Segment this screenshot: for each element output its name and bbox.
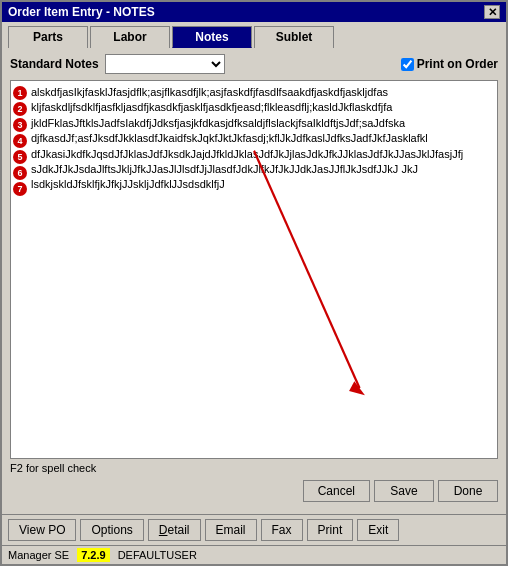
print-on-order-checkbox[interactable] [401,58,414,71]
tab-sublet[interactable]: Sublet [254,26,334,48]
notes-area-container: 1 2 3 4 5 6 7 [10,80,498,459]
tab-notes[interactable]: Notes [172,26,252,48]
username: DEFAULTUSER [118,549,197,561]
tab-labor[interactable]: Labor [90,26,170,48]
email-button[interactable]: Email [205,519,257,541]
standard-notes-dropdown[interactable] [105,54,225,74]
close-button[interactable]: ✕ [484,5,500,19]
title-bar: Order Item Entry - NOTES ✕ [2,2,506,22]
notes-textarea[interactable]: alskdfjasIkjfasklJfasjdflk;asjflkasdfjlk… [11,81,497,458]
standard-notes-label: Standard Notes [10,57,99,71]
done-button[interactable]: Done [438,480,498,502]
print-on-order-label: Print on Order [401,57,498,71]
app-name: Manager SE [8,549,69,561]
print-button[interactable]: Print [307,519,354,541]
save-button[interactable]: Save [374,480,434,502]
fax-button[interactable]: Fax [261,519,303,541]
tab-bar: Parts Labor Notes Sublet [2,22,506,48]
version-badge: 7.2.9 [77,548,109,562]
main-window: Order Item Entry - NOTES ✕ Parts Labor N… [0,0,508,566]
spell-check-hint: F2 for spell check [10,462,498,474]
status-bar: Manager SE 7.2.9 DEFAULTUSER [2,545,506,564]
action-button-row: Cancel Save Done [10,480,498,502]
content-area: Standard Notes Print on Order 1 2 3 [2,48,506,514]
view-po-button[interactable]: View PO [8,519,76,541]
tab-parts[interactable]: Parts [8,26,88,48]
options-button[interactable]: Options [80,519,143,541]
cancel-button[interactable]: Cancel [303,480,370,502]
window-title: Order Item Entry - NOTES [8,5,155,19]
detail-button[interactable]: Detail [148,519,201,541]
bottom-toolbar: View PO Options Detail Email Fax Print E… [2,514,506,545]
exit-button[interactable]: Exit [357,519,399,541]
toolbar-row: Standard Notes Print on Order [10,54,498,74]
